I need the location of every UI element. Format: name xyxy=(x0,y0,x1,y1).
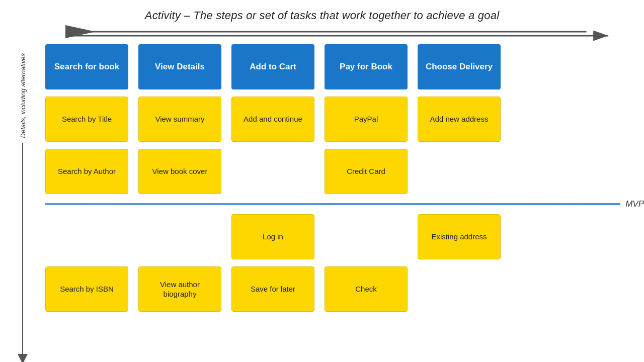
axis-label: Details, including alternatives xyxy=(19,53,27,138)
page-title: Activity – The steps or set of tasks tha… xyxy=(0,0,644,25)
col-3-item-1: Credit Card xyxy=(325,149,408,194)
col-0-below-0: Search by ISBN xyxy=(45,266,128,312)
y-axis: Details, including alternatives xyxy=(5,44,40,362)
col-header-4: Choose Delivery xyxy=(418,44,501,89)
col-1-item-1: View book cover xyxy=(138,149,221,194)
col-header-0: Search for book xyxy=(45,44,128,89)
col-header-3: Pay for Book xyxy=(325,44,408,89)
col-4-below-0: Existing address xyxy=(418,214,501,259)
mvp-line xyxy=(45,203,620,205)
col-0-item-0: Search by Title xyxy=(45,97,128,142)
col-0-item-1: Search by Author xyxy=(45,149,128,194)
mvp-label: MVP xyxy=(625,199,644,209)
mvp-divider: MVP xyxy=(45,199,644,209)
col-1-item-0: View summary xyxy=(138,97,221,142)
col-2-below-1: Save for later xyxy=(231,266,314,312)
col-header-2: Add to Cart xyxy=(231,44,314,89)
below-mvp-row-2: Search by ISBN View author biography Sav… xyxy=(45,266,644,312)
col-2-below-0: Log in xyxy=(231,214,314,259)
col-3-item-0: PayPal xyxy=(325,97,408,142)
col-header-1: View Details xyxy=(138,44,221,89)
above-mvp-section: Search for book View Details Add to Cart… xyxy=(45,44,644,194)
activity-arrow xyxy=(65,29,614,42)
col-2-item-0: Add and continue xyxy=(231,97,314,142)
col-3-below-0: Check xyxy=(325,266,408,312)
below-mvp-row-1: Log in Existing address xyxy=(45,214,644,259)
col-4-item-0: Add new address xyxy=(418,97,501,142)
col-1-below-0: View author biography xyxy=(138,266,221,312)
